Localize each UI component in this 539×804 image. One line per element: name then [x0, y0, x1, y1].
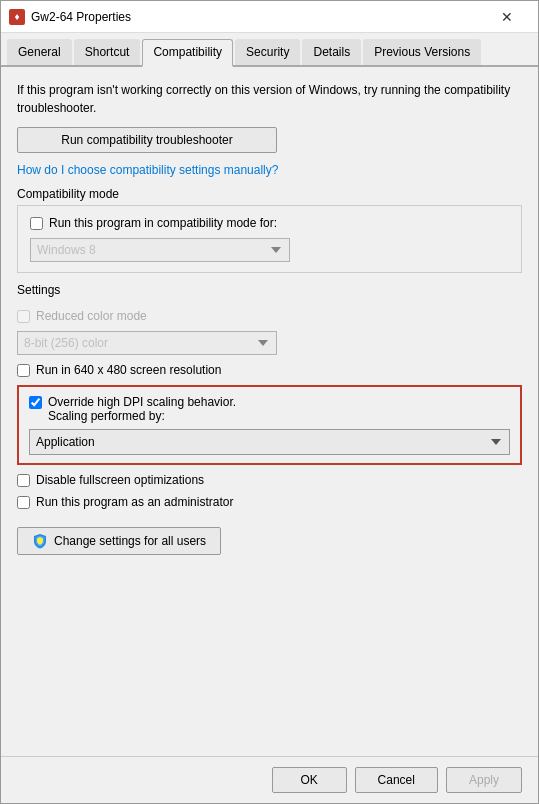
footer: OK Cancel Apply	[1, 756, 538, 803]
shield-icon	[32, 533, 48, 549]
screen-resolution-row: Run in 640 x 480 screen resolution	[17, 363, 522, 377]
admin-label: Run this program as an administrator	[36, 495, 233, 509]
change-settings-button[interactable]: Change settings for all users	[17, 527, 221, 555]
troubleshoot-button[interactable]: Run compatibility troubleshooter	[17, 127, 277, 153]
ok-button[interactable]: OK	[272, 767, 347, 793]
fullscreen-label: Disable fullscreen optimizations	[36, 473, 204, 487]
app-icon: ♦	[9, 9, 25, 25]
manual-settings-link[interactable]: How do I choose compatibility settings m…	[17, 163, 522, 177]
compatibility-mode-section: Compatibility mode Run this program in c…	[17, 187, 522, 273]
info-text: If this program isn't working correctly …	[17, 81, 522, 117]
reduced-color-row: Reduced color mode	[17, 309, 522, 323]
tab-shortcut[interactable]: Shortcut	[74, 39, 141, 65]
close-button[interactable]: ✕	[484, 1, 530, 33]
main-content: If this program isn't working correctly …	[1, 67, 538, 756]
dpi-checkbox-row: Override high DPI scaling behavior.Scali…	[29, 395, 510, 423]
admin-row: Run this program as an administrator	[17, 495, 522, 509]
cancel-button[interactable]: Cancel	[355, 767, 438, 793]
tab-previous-versions[interactable]: Previous Versions	[363, 39, 481, 65]
compat-mode-checkbox-label: Run this program in compatibility mode f…	[49, 216, 277, 230]
compat-mode-checkbox-row: Run this program in compatibility mode f…	[30, 216, 509, 230]
tab-general[interactable]: General	[7, 39, 72, 65]
dpi-override-checkbox[interactable]	[29, 396, 42, 409]
apply-button[interactable]: Apply	[446, 767, 522, 793]
settings-section: Settings Reduced color mode 8-bit (256) …	[17, 283, 522, 509]
tab-compatibility[interactable]: Compatibility	[142, 39, 233, 67]
tab-security[interactable]: Security	[235, 39, 300, 65]
compatibility-mode-box: Run this program in compatibility mode f…	[17, 205, 522, 273]
settings-label: Settings	[17, 283, 522, 297]
screen-resolution-checkbox[interactable]	[17, 364, 30, 377]
tab-details[interactable]: Details	[302, 39, 361, 65]
admin-checkbox[interactable]	[17, 496, 30, 509]
title-bar: ♦ Gw2-64 Properties ✕	[1, 1, 538, 33]
dpi-scaling-dropdown[interactable]: Application	[29, 429, 510, 455]
compat-mode-dropdown[interactable]: Windows 8	[30, 238, 290, 262]
dpi-override-box: Override high DPI scaling behavior.Scali…	[17, 385, 522, 465]
fullscreen-row: Disable fullscreen optimizations	[17, 473, 522, 487]
fullscreen-checkbox[interactable]	[17, 474, 30, 487]
reduced-color-label: Reduced color mode	[36, 309, 147, 323]
reduced-color-checkbox[interactable]	[17, 310, 30, 323]
compatibility-mode-label: Compatibility mode	[17, 187, 522, 201]
color-depth-dropdown[interactable]: 8-bit (256) color	[17, 331, 277, 355]
screen-resolution-label: Run in 640 x 480 screen resolution	[36, 363, 221, 377]
compat-mode-checkbox[interactable]	[30, 217, 43, 230]
window-title: Gw2-64 Properties	[31, 10, 484, 24]
dpi-override-label: Override high DPI scaling behavior.Scali…	[48, 395, 236, 423]
properties-window: ♦ Gw2-64 Properties ✕ General Shortcut C…	[0, 0, 539, 804]
change-settings-label: Change settings for all users	[54, 534, 206, 548]
tab-bar: General Shortcut Compatibility Security …	[1, 33, 538, 67]
